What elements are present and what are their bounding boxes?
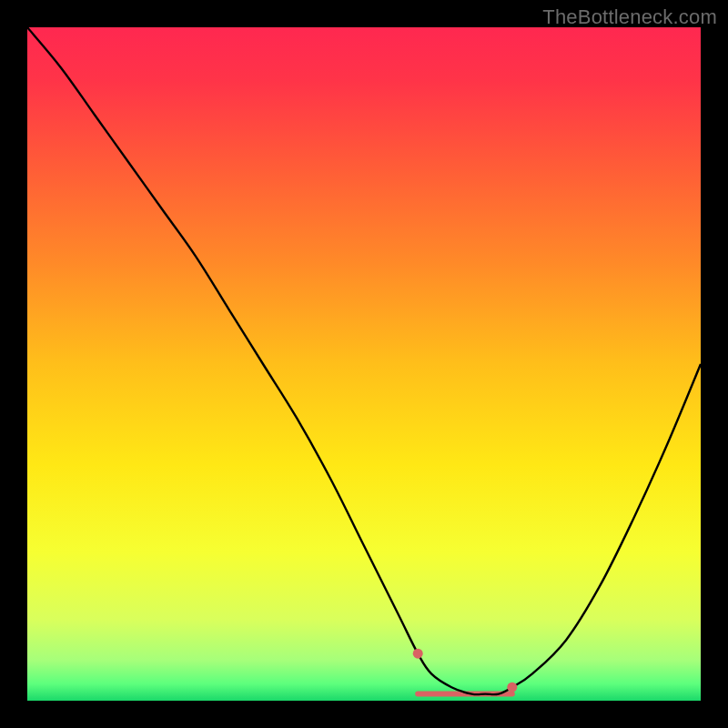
optimal-range-marker [507,682,517,693]
plot-area [27,27,701,701]
optimal-range-marker [413,649,423,659]
bottleneck-curve-chart [27,27,701,701]
gradient-background [27,27,701,701]
chart-frame: TheBottleneck.com [0,0,728,728]
watermark-text: TheBottleneck.com [542,5,717,29]
